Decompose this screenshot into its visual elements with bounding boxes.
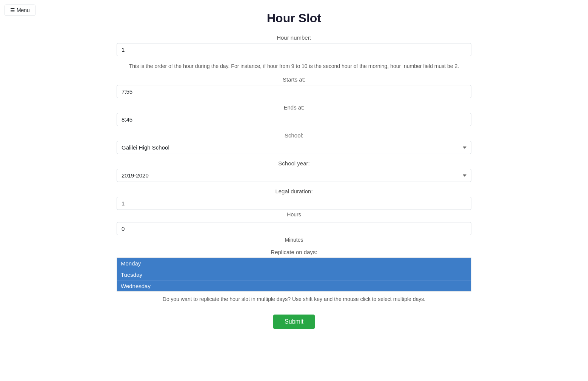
list-item[interactable]: Tuesday — [117, 269, 471, 281]
legal-duration-label: Legal duration: — [117, 188, 471, 194]
replicate-days-group: Replicate on days: Monday Tuesday Wednes… — [117, 249, 471, 303]
starts-at-input[interactable] — [117, 85, 471, 98]
hours-unit-label: Hours — [117, 211, 471, 217]
hour-number-hint: This is the order of the hour during the… — [117, 62, 471, 70]
hour-number-group: Hour number: — [117, 34, 471, 56]
days-hint-text: Do you want to replicate the hour slot i… — [117, 295, 471, 303]
list-item[interactable]: Wednesday — [117, 281, 471, 291]
starts-at-label: Starts at: — [117, 76, 471, 83]
submit-button[interactable]: Submit — [273, 315, 315, 329]
legal-duration-minutes-wrapper — [117, 222, 471, 235]
replicate-days-label: Replicate on days: — [117, 249, 471, 255]
days-list-container: Monday Tuesday Wednesday Thursday Friday — [117, 258, 471, 292]
starts-at-group: Starts at: — [117, 76, 471, 98]
days-list: Monday Tuesday Wednesday Thursday Friday — [117, 258, 471, 291]
legal-duration-minutes-input[interactable] — [117, 222, 471, 235]
school-year-label: School year: — [117, 160, 471, 167]
school-select[interactable]: Galilei High School — [117, 141, 471, 154]
hour-number-input[interactable] — [117, 43, 471, 56]
school-year-select[interactable]: 2019-2020 — [117, 169, 471, 182]
hour-number-spinner-wrapper — [117, 43, 471, 56]
legal-duration-hours-input[interactable] — [117, 197, 471, 210]
legal-duration-group: Legal duration: Hours Minutes — [117, 188, 471, 243]
hour-number-label: Hour number: — [117, 34, 471, 41]
list-item[interactable]: Monday — [117, 258, 471, 269]
school-label: School: — [117, 132, 471, 139]
school-group: School: Galilei High School — [117, 132, 471, 154]
ends-at-input[interactable] — [117, 113, 471, 126]
ends-at-group: Ends at: — [117, 104, 471, 126]
submit-container: Submit — [117, 315, 471, 329]
school-year-group: School year: 2019-2020 — [117, 160, 471, 182]
menu-button[interactable]: ☰ Menu — [5, 5, 35, 16]
legal-duration-hours-wrapper — [117, 197, 471, 210]
page-title: Hour Slot — [117, 11, 471, 25]
minutes-unit-label: Minutes — [117, 237, 471, 243]
page-container: Hour Slot Hour number: This is the order… — [109, 0, 479, 352]
ends-at-label: Ends at: — [117, 104, 471, 111]
